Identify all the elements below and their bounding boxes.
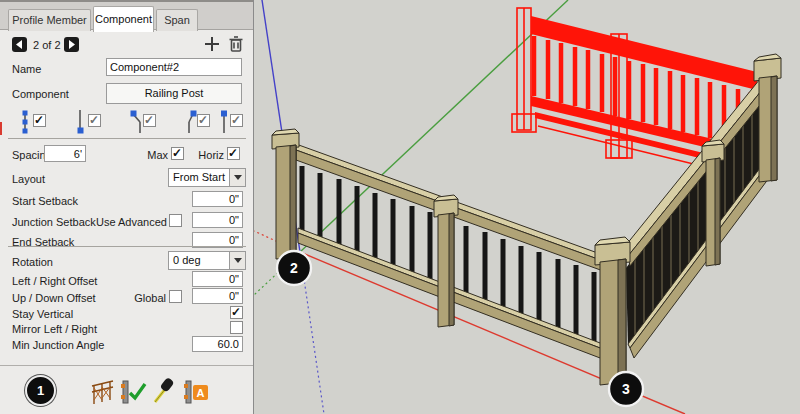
lr-offset-input[interactable] [192, 271, 243, 287]
use-advanced-checkbox[interactable] [169, 214, 182, 227]
validate-railing-tool-button[interactable] [120, 379, 148, 405]
layout-select[interactable]: From Start [168, 168, 246, 187]
add-component-button[interactable] [204, 36, 220, 52]
layout-label: Layout [12, 173, 45, 185]
start-setback-label: Start Setback [12, 195, 78, 207]
rotation-label: Rotation [12, 256, 53, 268]
auto-railing-icon: A [184, 381, 208, 403]
max-label: Max [144, 149, 168, 161]
tab-profile-member[interactable]: Profile Member [8, 9, 91, 31]
settings-panel: Profile Member Component Span 2 of 2 Nam… [0, 0, 254, 414]
trash-icon [230, 37, 243, 51]
right-arrow-icon [64, 37, 79, 52]
rotation-select[interactable]: 0 deg [168, 251, 246, 270]
component-picker-button[interactable]: Railing Post [106, 83, 242, 104]
divider [8, 138, 246, 139]
rotation-value: 0 deg [173, 254, 201, 266]
tab-span[interactable]: Span [156, 9, 198, 31]
middle-node-checkbox[interactable] [143, 114, 156, 127]
middle-node-icon [129, 110, 143, 134]
next-component-button[interactable] [64, 37, 79, 52]
edit-railing-icon [92, 381, 113, 404]
validate-check-icon [121, 381, 145, 403]
annotation-step-2: 2 [277, 251, 311, 285]
junction-setback-label: Junction Setback [12, 216, 96, 228]
name-input[interactable] [106, 58, 242, 76]
mirror-label: Mirror Left / Right [12, 323, 97, 335]
start-node-checkbox[interactable] [88, 114, 101, 127]
svg-text:3: 3 [622, 381, 630, 397]
junction-setback-input[interactable] [192, 212, 243, 228]
plugin-toolbar: 1 [0, 365, 253, 414]
eyedropper-icon [155, 377, 175, 402]
end-node-checkbox[interactable] [230, 114, 243, 127]
plus-icon [205, 37, 219, 51]
ud-offset-input[interactable] [192, 288, 243, 304]
layout-value: From Start [173, 171, 225, 183]
eyedropper-tool-button[interactable] [150, 376, 178, 406]
left-arrow-icon [12, 37, 27, 52]
component-label: Component [12, 88, 69, 100]
svg-text:2: 2 [290, 260, 298, 276]
tab-component[interactable]: Component [93, 6, 154, 32]
min-junction-angle-label: Min Junction Angle [12, 339, 104, 351]
tab-bar: Profile Member Component Span [0, 0, 253, 30]
ud-offset-label: Up / Down Offset [12, 292, 96, 304]
end-node-icon [217, 110, 231, 134]
junction-node-icon [184, 110, 198, 134]
chevron-down-icon [229, 252, 245, 269]
stay-vertical-label: Stay Vertical [12, 308, 73, 320]
stay-vertical-checkbox[interactable] [230, 306, 243, 319]
edit-railing-tool-button[interactable] [90, 378, 116, 408]
chevron-down-icon [229, 169, 245, 186]
junction-node-checkbox[interactable] [197, 114, 210, 127]
lr-offset-label: Left / Right Offset [12, 275, 97, 287]
red-annotation-mark [0, 122, 2, 135]
app-window: Profile Member Component Span 2 of 2 Nam… [0, 0, 800, 414]
divider [8, 246, 246, 247]
mirror-checkbox[interactable] [230, 321, 243, 334]
component-position-text: 2 of 2 [33, 39, 61, 51]
annotation-step-1: 1 [25, 375, 56, 406]
start-node-icon [73, 110, 87, 134]
prev-component-button[interactable] [12, 37, 27, 52]
min-junction-angle-input[interactable] [192, 336, 243, 352]
max-checkbox[interactable] [171, 147, 184, 160]
use-advanced-label: Use Advanced [96, 216, 166, 228]
horiz-label: Horiz [197, 149, 224, 161]
auto-railing-tool-button[interactable]: A [183, 379, 213, 405]
annotation-step-3: 3 [609, 372, 643, 406]
auto-badge-letter: A [197, 387, 205, 399]
delete-component-button[interactable] [228, 35, 244, 53]
global-label: Global [134, 292, 166, 304]
horiz-checkbox[interactable] [227, 147, 240, 160]
start-setback-input[interactable] [192, 191, 243, 207]
all-nodes-icon [18, 110, 32, 134]
global-checkbox[interactable] [169, 290, 182, 303]
all-nodes-checkbox[interactable] [33, 114, 46, 127]
3d-viewport[interactable]: 2 3 [254, 0, 800, 414]
name-label: Name [12, 63, 41, 75]
model-canvas: 2 3 [254, 0, 800, 414]
spacing-input[interactable] [44, 145, 86, 162]
